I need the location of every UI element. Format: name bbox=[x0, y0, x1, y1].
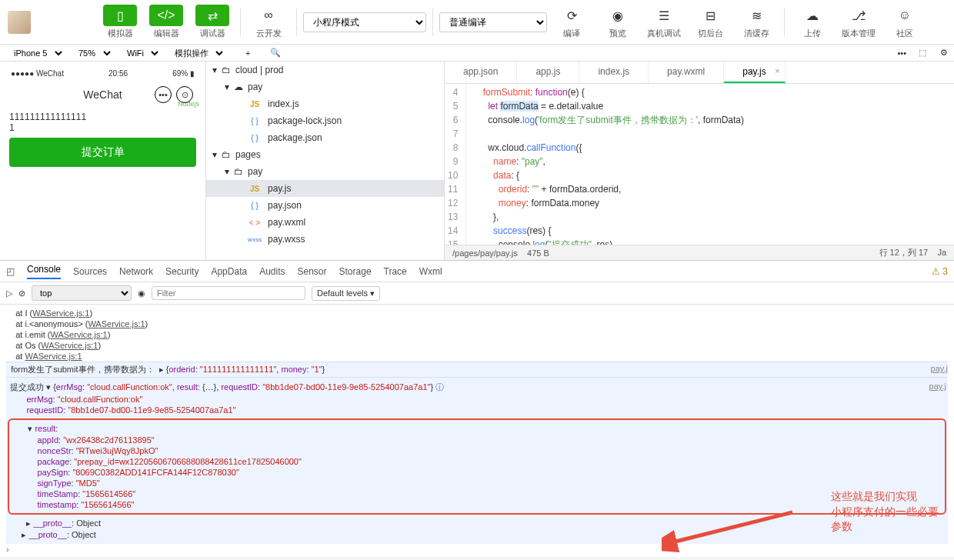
add-tab-icon[interactable]: + bbox=[245, 48, 250, 58]
tab-security[interactable]: Security bbox=[165, 266, 198, 277]
levels-select[interactable]: Default levels ▾ bbox=[312, 286, 380, 301]
split-icon[interactable]: ⬚ bbox=[919, 48, 926, 58]
background-icon: ⊟ bbox=[693, 5, 727, 26]
folder-pay2[interactable]: pay bbox=[248, 166, 262, 177]
scope-select[interactable]: top bbox=[32, 285, 132, 301]
inspect-icon[interactable]: ◰ bbox=[6, 266, 15, 277]
cloud-icon: ∞ bbox=[252, 5, 285, 26]
capsule-more-icon[interactable]: ••• bbox=[155, 86, 172, 103]
upload-icon: ☁ bbox=[796, 5, 829, 26]
tab-trace[interactable]: Trace bbox=[384, 266, 407, 277]
folder-cloud[interactable]: cloud | prod bbox=[235, 65, 284, 75]
eye-icon[interactable]: ◉ bbox=[138, 288, 145, 298]
simulator-button[interactable]: ▯模拟器 bbox=[98, 3, 142, 41]
avatar[interactable] bbox=[8, 11, 31, 34]
file-pkg-lock[interactable]: package-lock.json bbox=[268, 115, 342, 126]
tab-wxml[interactable]: Wxml bbox=[419, 266, 442, 277]
bug-icon: ⇄ bbox=[195, 5, 229, 26]
compile-button[interactable]: ⟳编译 bbox=[550, 3, 593, 41]
tab-appdata[interactable]: AppData bbox=[211, 266, 247, 277]
tab-audits[interactable]: Audits bbox=[259, 266, 285, 277]
capsule-close-icon[interactable]: ⊙ bbox=[176, 86, 193, 103]
folder-pay[interactable]: pay bbox=[248, 82, 262, 92]
tab-app-js[interactable]: app.js bbox=[517, 62, 579, 83]
close-icon[interactable]: × bbox=[775, 66, 779, 75]
code-editor[interactable]: 4567891011121314151617 formSubmit: funct… bbox=[445, 84, 954, 245]
background-button[interactable]: ⊟切后台 bbox=[689, 3, 732, 41]
file-pay-js[interactable]: pay.js bbox=[268, 183, 291, 194]
submit-button[interactable]: 提交订单 bbox=[9, 138, 196, 167]
upload-button[interactable]: ☁上传 bbox=[791, 3, 834, 41]
svg-line-0 bbox=[669, 512, 792, 543]
search-icon[interactable]: 🔍 bbox=[270, 48, 281, 58]
zoom-select[interactable]: 75% bbox=[71, 47, 113, 59]
tab-console[interactable]: Console bbox=[27, 264, 61, 279]
tab-app-json[interactable]: app.json bbox=[445, 62, 517, 83]
json-icon: { } bbox=[246, 202, 263, 210]
arrow-icon bbox=[662, 505, 800, 557]
annotation-text: 这些就是我们实现 小程序支付的一些必要 参数 bbox=[831, 489, 939, 535]
tab-bar: app.json app.js index.js pay.wxml pay.js… bbox=[445, 62, 954, 84]
tab-pay-wxml[interactable]: pay.wxml bbox=[649, 62, 724, 83]
file-index-js[interactable]: index.js bbox=[268, 98, 299, 109]
real-device-button[interactable]: ☰真机调试 bbox=[642, 3, 685, 41]
debugger-button[interactable]: ⇄调试器 bbox=[191, 3, 234, 41]
tab-sources[interactable]: Sources bbox=[73, 266, 107, 277]
code-icon: </> bbox=[149, 5, 183, 26]
wxml-icon: < > bbox=[246, 218, 263, 227]
file-pkg[interactable]: package.json bbox=[268, 132, 322, 143]
tab-pay-js[interactable]: pay.js× bbox=[724, 62, 785, 83]
editor-panel: app.json app.js index.js pay.wxml pay.js… bbox=[445, 62, 954, 260]
settings-icon[interactable]: ⚙ bbox=[940, 48, 948, 58]
sim-text-1: 111111111111111 bbox=[9, 112, 196, 122]
main-toolbar: ▯模拟器 </>编辑器 ⇄调试器 ∞云开发 小程序模式 普通编译 ⟳编译 ◉预览… bbox=[0, 0, 954, 45]
folder-icon: 🗀 bbox=[222, 65, 231, 75]
folder-pages[interactable]: pages bbox=[235, 149, 261, 160]
status-bar: /pages/pay/pay.js 475 B 行 12，列 17 Ja bbox=[445, 245, 954, 260]
layers-icon: ≋ bbox=[739, 5, 773, 26]
device-select[interactable]: iPhone 5 bbox=[6, 47, 65, 59]
file-pay-wxss[interactable]: pay.wxss bbox=[268, 234, 305, 245]
clear-icon[interactable]: ⊘ bbox=[18, 288, 25, 298]
simop-select[interactable]: 模拟操作 bbox=[167, 47, 225, 59]
preview-button[interactable]: ◉预览 bbox=[596, 3, 639, 41]
network-select[interactable]: WiFi bbox=[119, 47, 161, 59]
simulator-panel: ●●●●● WeChat 20:56 69% ▮ Nodejs WeChat •… bbox=[0, 62, 206, 260]
tab-network[interactable]: Network bbox=[119, 266, 153, 277]
status-carrier: ●●●●● WeChat bbox=[11, 69, 64, 78]
play-icon[interactable]: ▷ bbox=[6, 288, 12, 298]
compile-mode-select[interactable]: 普通编译 bbox=[439, 12, 547, 32]
result-highlight-box: ▾ result: appId: "wx26438c2d76113895" no… bbox=[8, 418, 946, 515]
refresh-icon: ⟳ bbox=[555, 5, 589, 26]
sim-title: WeChat bbox=[83, 88, 122, 101]
mode-select[interactable]: 小程序模式 bbox=[303, 12, 426, 32]
json-icon: { } bbox=[246, 117, 263, 125]
folder-icon: 🗀 bbox=[222, 149, 231, 160]
phone-icon: ▯ bbox=[103, 5, 137, 26]
js-icon: JS bbox=[246, 100, 263, 108]
tab-storage[interactable]: Storage bbox=[339, 266, 372, 277]
status-battery: 69% ▮ bbox=[172, 69, 195, 78]
clear-cache-button[interactable]: ≋清缓存 bbox=[735, 3, 778, 41]
editor-button[interactable]: </>编辑器 bbox=[145, 3, 188, 41]
more-icon[interactable]: ••• bbox=[897, 48, 906, 58]
js-icon: JS bbox=[246, 185, 263, 193]
smile-icon: ☺ bbox=[888, 5, 922, 26]
sim-text-2: 1 bbox=[9, 122, 196, 133]
tab-sensor[interactable]: Sensor bbox=[298, 266, 327, 277]
status-time: 20:56 bbox=[108, 69, 128, 78]
secondary-bar: iPhone 5 75% WiFi 模拟操作 + 🔍 ••• ⬚ ⚙ bbox=[0, 45, 954, 62]
eye-icon: ◉ bbox=[601, 5, 635, 26]
console-output[interactable]: at I (WAService.js:1) at i.<anonymous> (… bbox=[0, 305, 954, 557]
filter-input[interactable] bbox=[152, 286, 305, 300]
folder-icon: 🗀 bbox=[234, 166, 243, 177]
warning-badge[interactable]: ⚠ 3 bbox=[932, 266, 948, 277]
file-explorer: ▾🗀cloud | prod ▾☁pay JSindex.js { }packa… bbox=[206, 62, 445, 260]
community-button[interactable]: ☺社区 bbox=[883, 3, 926, 41]
version-button[interactable]: ⎇版本管理 bbox=[837, 3, 880, 41]
tab-index-js[interactable]: index.js bbox=[579, 62, 649, 83]
file-pay-wxml[interactable]: pay.wxml bbox=[268, 217, 305, 228]
file-pay-json[interactable]: pay.json bbox=[268, 200, 302, 211]
wxss-icon: wxss bbox=[246, 236, 263, 243]
cloud-dev-button[interactable]: ∞云开发 bbox=[247, 3, 290, 41]
